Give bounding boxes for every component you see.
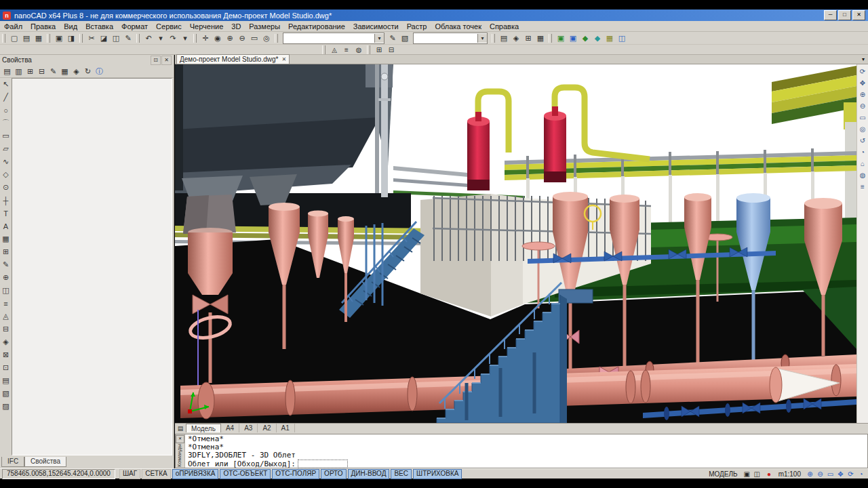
paste-icon[interactable]: ◫ xyxy=(110,33,122,43)
rotate-icon[interactable]: ◬ xyxy=(1,310,12,323)
toolbar-grip[interactable] xyxy=(367,45,370,54)
redo-icon[interactable]: ↷ xyxy=(167,33,179,43)
layout-tab[interactable]: А4 xyxy=(221,424,239,432)
layer-states-icon[interactable]: ≡ xyxy=(340,45,353,54)
toolbar-grip[interactable] xyxy=(79,34,83,43)
info-icon[interactable]: ⓘ xyxy=(94,66,105,77)
status-toggle[interactable]: ШАГ xyxy=(119,469,140,479)
status-toggle[interactable]: ОТС-ПОЛЯР xyxy=(272,469,319,479)
zoom-extents-icon[interactable]: ◎ xyxy=(260,33,273,43)
layout-list-icon[interactable]: ▤ xyxy=(175,425,186,432)
layout-tab[interactable]: Модель xyxy=(186,424,221,433)
zoom-previous-icon[interactable]: ↺ xyxy=(858,135,868,146)
toolbar-grip[interactable] xyxy=(322,45,326,54)
specification-icon[interactable]: ◆ xyxy=(579,33,591,43)
pan-icon[interactable]: ✥ xyxy=(835,470,846,478)
red-column-2[interactable] xyxy=(544,106,566,182)
layout-tab[interactable]: А3 xyxy=(239,424,258,432)
toolbar-grip[interactable] xyxy=(2,34,5,43)
toolbar-grip[interactable] xyxy=(492,34,495,43)
expand-icon[interactable]: ⊞ xyxy=(24,66,36,77)
table-view-icon[interactable]: ▦ xyxy=(59,66,71,77)
save-icon[interactable]: ▦ xyxy=(33,33,45,43)
grid-display-icon[interactable]: ⊞ xyxy=(373,45,385,54)
orbit-icon[interactable]: ◉ xyxy=(212,33,224,43)
alphabetical-view-icon[interactable]: ▥ xyxy=(13,66,24,77)
menu-item[interactable]: Вид xyxy=(60,21,81,31)
edit-icon[interactable]: ✎ xyxy=(1,258,12,271)
menu-item[interactable]: 3D xyxy=(227,21,245,31)
text-icon[interactable]: T xyxy=(1,207,12,220)
zoom-in-icon[interactable]: ⊕ xyxy=(224,33,236,43)
point-icon[interactable]: ◇ xyxy=(1,168,12,181)
status-toggle[interactable]: ОРТО xyxy=(321,469,346,479)
donut-icon[interactable]: ⊙ xyxy=(1,181,12,194)
style-combo[interactable]: ▾ xyxy=(413,33,488,44)
move-icon[interactable]: ⊕ xyxy=(1,271,12,284)
zoom-window-icon[interactable]: ▭ xyxy=(248,33,260,43)
open-icon[interactable]: ▤ xyxy=(20,33,33,43)
explode-icon[interactable]: ⊡ xyxy=(1,361,12,374)
space-indicator[interactable]: МОДЕЛЬ xyxy=(707,470,739,478)
gradient-icon[interactable]: ▨ xyxy=(1,400,12,413)
layout-tab[interactable]: А1 xyxy=(277,424,295,432)
nav-settings-icon[interactable]: ≡ xyxy=(858,181,868,192)
menu-item[interactable]: Редактирование xyxy=(284,21,349,31)
osnap-settings-icon[interactable]: ◬ xyxy=(328,45,340,54)
draw-order-icon[interactable]: ✎ xyxy=(387,33,399,43)
line-icon[interactable]: ╱ xyxy=(1,91,12,104)
array-icon[interactable]: ≡ xyxy=(1,297,12,310)
status-toggle[interactable]: оПРИВЯЗКА xyxy=(172,469,219,479)
zoom-extents-icon[interactable]: ◎ xyxy=(858,123,868,135)
properties-panel-body[interactable] xyxy=(12,78,172,455)
layer-combo[interactable]: ▾ xyxy=(283,33,384,44)
close-button[interactable]: ✕ xyxy=(852,10,865,20)
status-toggle[interactable]: ШТРИХОВКА xyxy=(413,469,462,479)
cut-icon[interactable]: ✂ xyxy=(85,33,98,43)
red-column-1[interactable] xyxy=(467,112,490,190)
table-icon[interactable]: ▦ xyxy=(534,33,547,43)
model-studio-icon[interactable]: ▣ xyxy=(555,33,567,43)
categorized-view-icon[interactable]: ▤ xyxy=(1,66,13,77)
copy-icon[interactable]: ◪ xyxy=(98,33,110,43)
undo-list-icon[interactable]: ▾ xyxy=(155,33,167,43)
zoom-window-icon[interactable]: ▭ xyxy=(825,470,835,478)
spline-icon[interactable]: ∿ xyxy=(1,155,12,168)
undo-icon[interactable]: ↶ xyxy=(142,33,155,43)
zoom-in-icon[interactable]: ⊕ xyxy=(805,470,815,478)
menu-item[interactable]: Файл xyxy=(0,21,26,31)
command-history[interactable]: *Отмена**Отмена*3DFLY,3DОБЛЕТ - 3D Облет… xyxy=(185,434,867,468)
redo-list-icon[interactable]: ▾ xyxy=(179,33,191,43)
properties-icon[interactable]: ◈ xyxy=(510,33,522,43)
point-cloud-icon[interactable]: ◆ xyxy=(591,33,604,43)
visual-style-icon[interactable]: ▣ xyxy=(567,33,579,43)
toolbar-grip[interactable] xyxy=(275,34,278,43)
layers-icon[interactable]: ▤ xyxy=(498,33,510,43)
close-panel-icon[interactable]: ✕ xyxy=(161,56,172,65)
panel-tab[interactable]: IFC xyxy=(1,457,24,467)
block-icon[interactable]: ⊞ xyxy=(522,33,534,43)
zoom-out-icon[interactable]: ⊖ xyxy=(236,33,248,43)
status-toggle[interactable]: ДИН-ВВОД xyxy=(348,469,390,479)
viewport-icon[interactable]: ◫ xyxy=(616,33,628,43)
chevron-down-icon[interactable]: ▾ xyxy=(477,34,487,43)
zoom-out-icon[interactable]: ⊖ xyxy=(815,470,825,478)
copy-object-icon[interactable]: ◫ xyxy=(1,284,12,297)
clean-screen-icon[interactable]: ◔ xyxy=(856,470,866,478)
hatch-tool-icon[interactable]: ▧ xyxy=(1,387,12,400)
select-icon[interactable]: ↖ xyxy=(1,78,12,91)
erase-icon[interactable]: ⊠ xyxy=(1,348,12,361)
properties-panel-header[interactable]: Свойства ⊡✕ xyxy=(0,55,174,65)
fillet-icon[interactable]: ◈ xyxy=(1,336,12,348)
toolbar-grip[interactable] xyxy=(47,34,50,43)
print-icon[interactable]: ▣ xyxy=(53,33,65,43)
trim-icon[interactable]: ⊟ xyxy=(1,323,12,336)
mtext-icon[interactable]: A xyxy=(1,220,12,232)
maximize-button[interactable]: □ xyxy=(838,10,851,20)
zoom-window-icon[interactable]: ▭ xyxy=(858,112,868,123)
table-icon[interactable]: ▦ xyxy=(1,232,12,245)
ortho-mode-icon[interactable]: ⊟ xyxy=(385,45,397,54)
polygon-icon[interactable]: ▱ xyxy=(1,142,12,155)
menu-item[interactable]: Зависимости xyxy=(349,21,403,31)
layout-tab[interactable]: А2 xyxy=(258,424,276,432)
